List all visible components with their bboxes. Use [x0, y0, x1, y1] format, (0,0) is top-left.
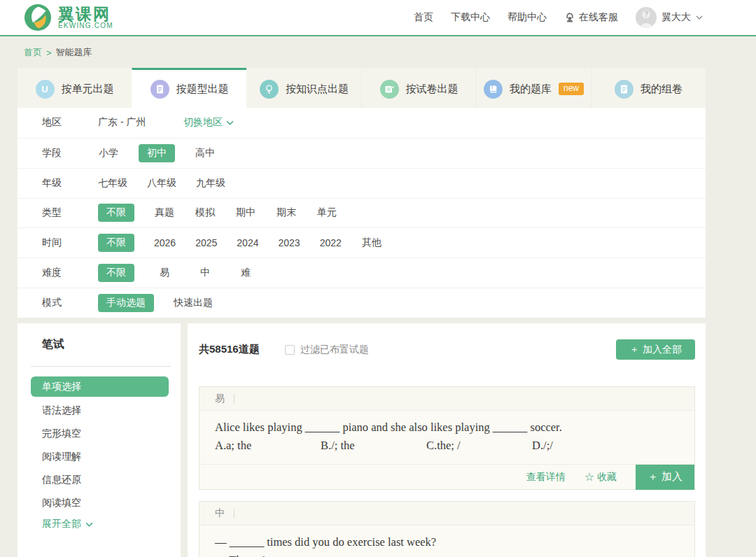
breadcrumb-current: 智能题库 — [56, 46, 92, 59]
question-text: Alice likes playing ______ piano and she… — [215, 418, 679, 437]
logo[interactable]: 翼课网 EKWING.COM — [24, 3, 113, 31]
filter-option-manual-select-selected[interactable]: 手动选题 — [98, 294, 154, 312]
filter-label-region: 地区 — [42, 116, 98, 129]
star-icon: ☆ — [584, 470, 594, 484]
question-body: — ______ times did you do exercise last … — [200, 526, 694, 557]
region-value: 广东 - 广州 — [98, 116, 183, 129]
filter-option-medium[interactable]: 中 — [195, 267, 216, 279]
filter-row-mode: 模式 手动选题 快速出题 — [18, 288, 706, 318]
nav-home[interactable]: 首页 — [414, 11, 433, 24]
tab-my-question-bank[interactable]: 我的题库 new — [476, 68, 591, 108]
filter-option-junior-selected[interactable]: 初中 — [139, 144, 175, 162]
logo-title: 翼课网 — [58, 6, 113, 22]
filter-option-grade8[interactable]: 八年级 — [147, 177, 176, 190]
logo-subtitle: EKWING.COM — [58, 22, 113, 30]
filter-assigned-checkbox[interactable] — [285, 345, 295, 355]
filter-option-unlimited-selected[interactable]: 不限 — [98, 264, 134, 282]
question-type-icon — [150, 80, 169, 99]
option-c: C.the; / — [426, 437, 532, 455]
filter-row-type: 类型 不限 真题 模拟 期中 期末 单元 — [18, 198, 706, 228]
filter-option-quick-generate[interactable]: 快速出题 — [174, 297, 213, 309]
question-body: Alice likes playing ______ piano and she… — [200, 411, 694, 464]
breadcrumb-home[interactable]: 首页 — [24, 46, 42, 59]
tab-bar: U 按单元出题 按题型出题 按知识点出题 — [18, 68, 706, 108]
sidebar-item-single-choice[interactable]: 单项选择 — [31, 376, 169, 397]
lightbulb-icon — [260, 80, 279, 99]
filter-option-2026[interactable]: 2026 — [154, 237, 176, 248]
avatar-question-mark: ? — [644, 10, 649, 18]
expand-all-link[interactable]: 展开全部 — [18, 514, 181, 534]
switch-region-link[interactable]: 切换地区 — [183, 116, 234, 129]
question-count: 共58516道题 — [199, 343, 260, 356]
filter-option-other[interactable]: 其他 — [361, 237, 382, 249]
option-d: D./;/ — [532, 437, 553, 455]
difficulty-badge: 易 — [215, 393, 225, 405]
sidebar-item-info-restore[interactable]: 信息还原 — [18, 468, 181, 491]
view-detail-link[interactable]: 查看详情 — [526, 471, 566, 484]
filter-option-2022[interactable]: 2022 — [320, 237, 342, 248]
filter-label-grade: 年级 — [42, 177, 98, 190]
tab-label: 我的组卷 — [640, 83, 682, 96]
option-a: A.a; the — [215, 437, 321, 455]
filter-panel: 地区 广东 - 广州 切换地区 学段 小学 初中 高中 年级 七年级 八年级 九… — [18, 108, 706, 318]
sidebar-item-reading-comprehension[interactable]: 阅读理解 — [18, 445, 181, 468]
filter-option-senior[interactable]: 高中 — [195, 147, 216, 160]
filter-option-hard[interactable]: 难 — [235, 267, 256, 279]
scroll-icon — [380, 80, 399, 99]
filter-option-primary[interactable]: 小学 — [98, 147, 119, 160]
filter-row-stage: 学段 小学 初中 高中 — [18, 138, 706, 168]
filter-option-final[interactable]: 期末 — [276, 206, 297, 219]
filter-option-grade7[interactable]: 七年级 — [98, 177, 127, 190]
tab-label: 按题型出题 — [176, 83, 229, 96]
filter-option-real-exam[interactable]: 真题 — [154, 206, 175, 219]
sidebar-title: 笔试 — [18, 337, 181, 352]
filter-option-unlimited-selected[interactable]: 不限 — [98, 204, 134, 222]
question-card-header: 易 — [200, 387, 694, 411]
filter-assigned-label: 过滤已布置试题 — [300, 344, 369, 356]
chevron-down-icon — [696, 15, 703, 20]
favorite-link[interactable]: ☆ 收藏 — [584, 470, 617, 484]
nav-download-center[interactable]: 下载中心 — [451, 11, 490, 24]
tab-label: 我的题库 — [510, 83, 552, 96]
tab-by-knowledge-point[interactable]: 按知识点出题 — [246, 68, 361, 108]
filter-label-difficulty: 难度 — [42, 267, 98, 279]
tab-label: 按知识点出题 — [286, 83, 349, 96]
nav-online-service[interactable]: 在线客服 — [564, 11, 618, 24]
results-panel: 共58516道题 过滤已布置试题 ＋ 加入全部 易 Alice likes pl… — [188, 323, 706, 557]
filter-option-2025[interactable]: 2025 — [195, 237, 217, 248]
filter-option-easy[interactable]: 易 — [154, 267, 175, 279]
tab-by-question-type[interactable]: 按题型出题 — [132, 68, 246, 108]
tab-by-unit[interactable]: U 按单元出题 — [18, 68, 132, 108]
filter-option-unlimited-selected[interactable]: 不限 — [98, 234, 134, 252]
headset-icon — [564, 12, 575, 23]
filter-option-midterm[interactable]: 期中 — [235, 206, 256, 219]
tab-by-exam-paper[interactable]: 按试卷出题 — [361, 68, 476, 108]
filter-option-2023[interactable]: 2023 — [278, 237, 300, 248]
sidebar-item-cloze[interactable]: 完形填空 — [18, 422, 181, 445]
filter-option-grade9[interactable]: 九年级 — [196, 177, 225, 190]
sidebar-item-reading-fill[interactable]: 阅读填空 — [18, 491, 181, 514]
plus-icon: ＋ — [648, 470, 658, 484]
user-menu[interactable]: ? 翼大大 — [636, 7, 703, 28]
tab-my-paper-set[interactable]: 我的组卷 — [591, 68, 706, 108]
tab-label: 按试卷出题 — [406, 83, 458, 96]
filter-option-2024[interactable]: 2024 — [237, 237, 258, 248]
filter-row-grade: 年级 七年级 八年级 九年级 — [18, 168, 706, 198]
filter-row-year: 时间 不限 2026 2025 2024 2023 2022 其他 — [18, 227, 706, 258]
switch-region-label: 切换地区 — [183, 116, 223, 129]
add-all-button[interactable]: ＋ 加入全部 — [616, 339, 695, 360]
filter-assigned-checkbox-group[interactable]: 过滤已布置试题 — [285, 344, 369, 356]
question-card: 中 — ______ times did you do exercise las… — [199, 501, 695, 557]
filter-label-year: 时间 — [42, 237, 98, 249]
sidebar-item-grammar-choice[interactable]: 语法选择 — [18, 399, 181, 422]
nav-help-center[interactable]: 帮助中心 — [507, 11, 547, 24]
filter-option-mock[interactable]: 模拟 — [195, 206, 216, 219]
filter-label-stage: 学段 — [42, 147, 98, 160]
question-text-line1: — ______ times did you do exercise last … — [215, 533, 679, 551]
add-question-button[interactable]: ＋ 加入 — [636, 465, 694, 490]
filter-option-unit[interactable]: 单元 — [316, 206, 337, 219]
breadcrumb: 首页 > 智能题库 — [24, 38, 92, 67]
nav-online-service-label: 在线客服 — [579, 11, 618, 24]
unit-icon: U — [36, 80, 55, 99]
expand-all-label: 展开全部 — [42, 518, 81, 530]
